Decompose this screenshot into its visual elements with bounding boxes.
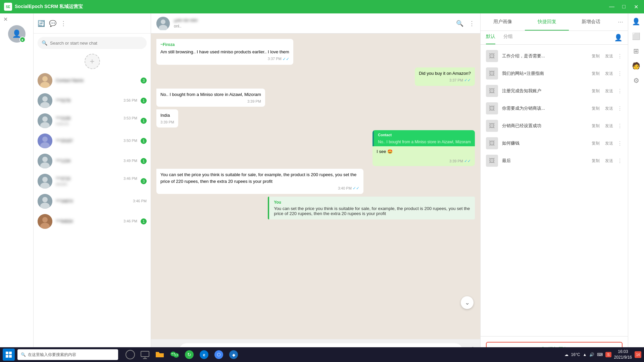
message-bubble: India 3:39 PM xyxy=(156,109,178,127)
chat-avatar xyxy=(38,154,52,168)
qr-send-button[interactable]: 发送 xyxy=(604,70,614,77)
qr-more-icon[interactable]: ⋮ xyxy=(617,88,623,94)
chat-header-actions: 🔍 ⋮ xyxy=(456,20,475,27)
subtab-default[interactable]: 默认 xyxy=(486,34,495,44)
qr-send-button[interactable]: 发送 xyxy=(604,122,614,130)
start-button[interactable] xyxy=(3,349,15,361)
taskbar-app-green[interactable]: ↻ xyxy=(183,348,196,361)
qr-copy-button[interactable]: 复制 xyxy=(590,157,601,164)
chat-item[interactable]: ***94834 3:46 PM 1 xyxy=(34,211,151,231)
user-icon[interactable]: 👤 xyxy=(614,34,623,44)
sidebar-qr-icon[interactable]: ⬜ xyxy=(632,32,640,40)
close-sidebar-icon[interactable]: ✕ xyxy=(3,16,8,22)
message-bubble: ~Firoza Am still browsing.. I have used … xyxy=(156,39,293,65)
qr-send-button[interactable]: 发送 xyxy=(604,105,614,112)
taskbar-app-wechat[interactable] xyxy=(168,348,181,361)
qr-send-button[interactable]: 发送 xyxy=(604,53,614,60)
taskbar-app-circle[interactable] xyxy=(123,348,137,361)
qr-copy-button[interactable]: 复制 xyxy=(590,122,601,130)
scroll-down-button[interactable]: ⌄ xyxy=(461,296,474,309)
user-avatar-sidebar[interactable]: 👤 ● xyxy=(8,25,26,43)
quick-reply-item[interactable]: 🖼 最后 复制 发送 ⋮ xyxy=(481,152,628,169)
svg-point-4 xyxy=(42,96,48,102)
qr-more-icon[interactable]: ⋮ xyxy=(617,105,623,112)
sidebar-user-icon[interactable]: 👤 xyxy=(632,17,640,25)
chat-info: ***94834 3:46 PM xyxy=(56,219,137,224)
taskbar-app-blue[interactable]: ◆ xyxy=(227,348,240,361)
keyboard-icon: ⌨ xyxy=(597,352,603,357)
qr-more-icon[interactable]: ⋮ xyxy=(617,123,623,129)
chat-item[interactable]: ***5278 3:56 PM 1 xyxy=(34,91,151,111)
svg-point-16 xyxy=(42,177,48,182)
quick-reply-item[interactable]: 🖼 注册完成告知我账户 复制 发送 ⋮ xyxy=(481,82,628,100)
qr-image: 🖼 xyxy=(486,120,498,132)
add-chat-button[interactable]: + xyxy=(85,54,100,69)
chat-more-icon[interactable]: ⋮ xyxy=(469,20,475,27)
qr-send-button[interactable]: 发送 xyxy=(604,140,614,147)
qr-more-icon[interactable]: ⋮ xyxy=(617,140,623,147)
message-time: 3:39 PM ✓✓ xyxy=(373,158,475,166)
svg-rect-28 xyxy=(9,352,12,354)
qr-send-button[interactable]: 发送 xyxy=(604,157,614,164)
chat-item[interactable]: ***2109 3:53 PM roducts 1 xyxy=(34,111,151,131)
chat-avatar xyxy=(38,134,52,148)
taskbar-app-chrome[interactable] xyxy=(212,348,226,361)
taskbar-app-edge[interactable]: e xyxy=(197,348,211,361)
chat-info: Contact Name xyxy=(56,78,137,84)
quick-reply-item[interactable]: 🖼 我们的网站+注册指南 复制 发送 ⋮ xyxy=(481,65,628,82)
qr-more-icon[interactable]: ⋮ xyxy=(617,70,623,77)
quick-reply-item[interactable]: 🖼 如何赚钱 复制 发送 ⋮ xyxy=(481,135,628,152)
message-tick: ✓✓ xyxy=(464,77,471,83)
refresh-icon[interactable]: 🔄 xyxy=(38,20,45,27)
chat-item[interactable]: ***3715 3:46 PM details 3 xyxy=(34,171,151,191)
unread-count: 1 xyxy=(141,118,147,124)
taskbar-app-screen[interactable] xyxy=(138,348,152,361)
qr-actions: 复制 发送 ⋮ xyxy=(590,157,623,164)
notification-count-badge[interactable]: 14 xyxy=(635,351,641,358)
chat-info: ***20197 3:50 PM xyxy=(56,138,137,144)
chat-icon[interactable]: 💬 xyxy=(49,20,56,27)
quick-reply-item[interactable]: 🖼 工作介绍，是否需要... 复制 发送 ⋮ xyxy=(481,47,628,65)
qr-copy-button[interactable]: 复制 xyxy=(590,105,601,112)
chat-item[interactable]: Contact Name 3 xyxy=(34,70,151,91)
chat-avatar xyxy=(38,174,52,189)
search-input[interactable] xyxy=(50,41,143,46)
time-text: 3:39 PM xyxy=(247,99,261,104)
qr-actions: 复制 发送 ⋮ xyxy=(590,88,623,95)
minimize-button[interactable]: — xyxy=(608,3,616,11)
qr-more-icon[interactable]: ⋮ xyxy=(617,158,623,164)
more-options-icon[interactable]: ⋮ xyxy=(60,20,66,27)
sidebar-grid-icon[interactable]: ⊞ xyxy=(633,47,639,55)
search-bar[interactable]: 🔍 xyxy=(38,37,147,49)
quick-reply-item[interactable]: 🖼 你需要成为分销商该... 复制 发送 ⋮ xyxy=(481,100,628,117)
maximize-button[interactable]: □ xyxy=(620,3,628,11)
qr-copy-button[interactable]: 复制 xyxy=(590,70,601,77)
right-panel-more-icon[interactable]: ⋯ xyxy=(613,13,628,31)
qr-send-button[interactable]: 发送 xyxy=(604,88,614,95)
chat-item[interactable]: ***20197 3:50 PM 1 xyxy=(34,131,151,151)
quick-reply-item[interactable]: 🖼 分销商已经设置成功 复制 发送 ⋮ xyxy=(481,117,628,135)
subtab-default-label: 默认 xyxy=(486,34,495,39)
taskbar-app-folder[interactable] xyxy=(153,348,166,361)
chat-item[interactable]: ***34874 3:46 PM xyxy=(34,191,151,211)
subtab-group[interactable]: 分组 xyxy=(503,34,513,44)
time-text: 3:40 PM xyxy=(338,186,352,191)
search-chat-icon[interactable]: 🔍 xyxy=(456,20,463,27)
qr-copy-button[interactable]: 复制 xyxy=(590,140,601,147)
qr-copy-button[interactable]: 复制 xyxy=(590,88,601,95)
chat-time: 3:50 PM xyxy=(123,139,137,143)
sidebar-person-icon[interactable]: 🧑 xyxy=(632,62,640,70)
sidebar-settings-icon[interactable]: ⚙ xyxy=(633,76,639,85)
qr-copy-button[interactable]: 复制 xyxy=(590,53,601,60)
tab-user-profile[interactable]: 用户画像 xyxy=(481,13,525,31)
qr-more-icon[interactable]: ⋮ xyxy=(617,53,623,59)
message-tick: ✓✓ xyxy=(353,185,359,191)
chat-item[interactable]: ***1104 3:49 PM 1 xyxy=(34,151,151,171)
chat-avatar xyxy=(38,93,52,108)
taskbar-search-bar[interactable]: 🔍 在这里输入你要搜索的内容 xyxy=(17,349,118,360)
message-text: You can set the price you think is suita… xyxy=(274,206,470,216)
tab-quick-reply[interactable]: 快捷回复 xyxy=(525,13,569,31)
tab-new-chat[interactable]: 新增会话 xyxy=(569,13,613,31)
qr-text: 分销商已经设置成功 xyxy=(502,123,586,129)
close-button[interactable]: ✕ xyxy=(632,3,640,11)
